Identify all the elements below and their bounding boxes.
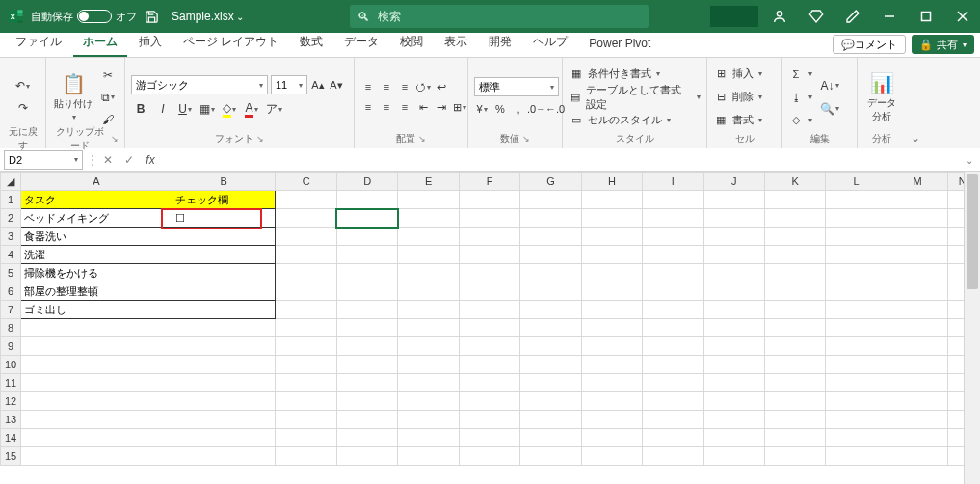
maximize-button[interactable] <box>909 0 943 33</box>
col-header[interactable]: H <box>581 173 642 191</box>
row-header[interactable]: 12 <box>1 392 21 411</box>
cell[interactable]: ベッドメイキング <box>21 209 172 228</box>
cell[interactable]: ゴミ出し <box>21 301 172 319</box>
dialog-launcher-icon[interactable]: ↘ <box>256 134 264 144</box>
tab-file[interactable]: ファイル <box>6 30 71 57</box>
save-button[interactable] <box>143 8 160 25</box>
indent-dec-button[interactable]: ⇤ <box>415 99 431 115</box>
row-header[interactable]: 13 <box>1 411 21 429</box>
col-header[interactable]: E <box>398 173 459 191</box>
tab-powerpivot[interactable]: Power Pivot <box>579 33 660 57</box>
cell[interactable] <box>172 228 276 246</box>
font-size-select[interactable]: 11▾ <box>271 75 307 94</box>
enter-entry-button[interactable]: ✓ <box>119 150 139 170</box>
comments-button[interactable]: 💬 コメント <box>833 35 906 54</box>
row-header[interactable]: 7 <box>1 301 21 319</box>
active-cell[interactable] <box>336 209 397 228</box>
underline-button[interactable]: U▾ <box>175 99 195 119</box>
account-icon[interactable] <box>762 0 797 33</box>
tab-home[interactable]: ホーム <box>73 30 127 57</box>
orientation-button[interactable]: ⭯▾ <box>415 79 431 94</box>
clear-button[interactable]: ◇▾ <box>788 111 812 130</box>
col-header[interactable]: G <box>520 173 581 191</box>
autosum-button[interactable]: Σ▾ <box>788 65 812 84</box>
phonetic-button[interactable]: ア▾ <box>264 99 283 119</box>
currency-button[interactable]: ¥▾ <box>474 101 490 117</box>
collapse-ribbon-button[interactable]: ⌄ <box>906 58 925 148</box>
align-bottom-button[interactable]: ≡ <box>397 79 412 94</box>
row-header[interactable]: 15 <box>1 447 21 466</box>
cancel-entry-button[interactable]: ✕ <box>98 150 118 170</box>
cell[interactable]: タスク <box>21 191 172 209</box>
col-header[interactable]: A <box>21 173 172 191</box>
font-color-button[interactable]: A▾ <box>242 99 261 119</box>
insert-function-button[interactable]: fx <box>141 150 160 170</box>
number-format-select[interactable]: 標準▾ <box>474 77 559 96</box>
delete-cells-button[interactable]: ⊟削除▾ <box>713 88 762 107</box>
merge-button[interactable]: ⊞▾ <box>452 99 467 115</box>
cell[interactable]: 洗濯 <box>21 246 172 264</box>
row-header[interactable]: 11 <box>1 374 21 392</box>
cell[interactable] <box>172 246 276 264</box>
tab-formulas[interactable]: 数式 <box>290 30 332 57</box>
col-header[interactable]: M <box>887 173 947 191</box>
scrollbar-thumb[interactable] <box>967 174 978 289</box>
vertical-scrollbar[interactable] <box>964 172 980 484</box>
cell[interactable]: チェック欄 <box>172 191 276 209</box>
col-header[interactable]: I <box>643 173 703 191</box>
name-box[interactable]: D2▾ <box>4 150 83 170</box>
row-header[interactable]: 8 <box>1 319 21 337</box>
spreadsheet-grid[interactable]: ◢ A B C D E F G H I J K L M N 1 タスク チェック… <box>0 172 980 484</box>
decrease-font-button[interactable]: A▾ <box>329 77 344 93</box>
fill-color-button[interactable]: ◇▾ <box>220 99 239 119</box>
pencil-icon[interactable] <box>835 0 870 33</box>
undo-button[interactable]: ↶▾ <box>13 76 33 95</box>
copy-button[interactable]: ⧉▾ <box>98 88 118 107</box>
filename[interactable]: Sample.xlsx⌄ <box>172 10 244 23</box>
inc-decimal-button[interactable]: .0→ <box>529 101 544 117</box>
row-header[interactable]: 3 <box>1 228 21 246</box>
col-header[interactable]: J <box>703 173 764 191</box>
fill-button[interactable]: ⭳▾ <box>788 88 812 107</box>
row-header[interactable]: 6 <box>1 282 21 301</box>
font-name-select[interactable]: 游ゴシック▾ <box>131 75 268 94</box>
col-header[interactable]: F <box>459 173 519 191</box>
minimize-button[interactable] <box>872 0 907 33</box>
account-indicator[interactable] <box>710 6 758 27</box>
align-middle-button[interactable]: ≡ <box>379 79 394 94</box>
redo-button[interactable]: ↷ <box>13 98 33 118</box>
format-cells-button[interactable]: ▦書式▾ <box>713 111 762 130</box>
percent-button[interactable]: % <box>492 101 508 117</box>
bold-button[interactable]: B <box>131 99 150 119</box>
format-as-table-button[interactable]: ▤テーブルとして書式設定▾ <box>569 88 701 107</box>
cell[interactable]: 部屋の整理整頓 <box>21 282 172 301</box>
row-header[interactable]: 1 <box>1 191 21 209</box>
row-header[interactable]: 2 <box>1 209 21 228</box>
close-button[interactable] <box>945 0 980 33</box>
comma-button[interactable]: , <box>511 101 526 117</box>
analyze-data-button[interactable]: 📊 データ 分析 <box>863 71 900 123</box>
cell[interactable] <box>172 264 276 282</box>
col-header[interactable]: D <box>336 173 397 191</box>
increase-font-button[interactable]: A▴ <box>310 77 326 93</box>
cell-styles-button[interactable]: ▭セルのスタイル▾ <box>569 111 671 130</box>
cut-button[interactable]: ✂ <box>98 66 118 85</box>
align-right-button[interactable]: ≡ <box>397 99 412 115</box>
find-select-button[interactable]: 🔍▾ <box>820 99 839 119</box>
autosave-toggle[interactable]: 自動保存 オフ <box>31 10 137 24</box>
align-center-button[interactable]: ≡ <box>379 99 394 115</box>
row-header[interactable]: 4 <box>1 246 21 264</box>
col-header[interactable]: L <box>826 173 887 191</box>
dialog-launcher-icon[interactable]: ↘ <box>111 134 119 144</box>
share-button[interactable]: 🔒共有▾ <box>912 35 974 54</box>
sort-filter-button[interactable]: A↓▾ <box>820 76 839 95</box>
tab-view[interactable]: 表示 <box>435 30 477 57</box>
cell[interactable] <box>172 282 276 301</box>
col-header[interactable]: K <box>764 173 825 191</box>
dialog-launcher-icon[interactable]: ↘ <box>522 134 530 144</box>
formula-input[interactable] <box>160 150 980 170</box>
cell[interactable] <box>172 301 276 319</box>
align-top-button[interactable]: ≡ <box>360 79 376 94</box>
borders-button[interactable]: ▦▾ <box>198 99 217 119</box>
row-header[interactable]: 10 <box>1 356 21 374</box>
